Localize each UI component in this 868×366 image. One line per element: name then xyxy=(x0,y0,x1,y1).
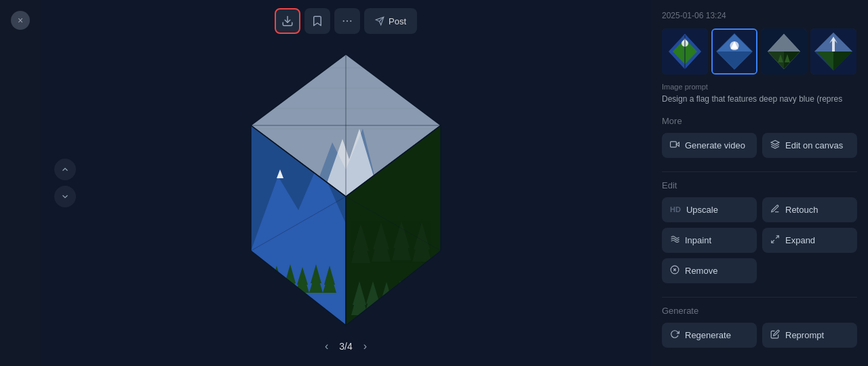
page-indicator: 3/4 xyxy=(339,341,352,352)
svg-marker-92 xyxy=(771,140,779,144)
inpaint-icon xyxy=(670,235,679,246)
more-section-header: More xyxy=(662,116,857,126)
image-toolbar: Post xyxy=(275,8,417,34)
close-button[interactable]: × xyxy=(11,11,30,30)
svg-marker-48 xyxy=(419,285,435,314)
main-image-area: Post xyxy=(41,0,651,366)
svg-point-2 xyxy=(347,20,348,22)
close-area: × xyxy=(0,0,41,366)
thumbnail-grid xyxy=(662,28,857,75)
retouch-icon xyxy=(770,204,780,216)
post-button[interactable]: Post xyxy=(364,8,417,34)
svg-marker-47 xyxy=(420,281,434,304)
generate-video-icon xyxy=(670,140,679,151)
edit-on-canvas-label: Edit on canvas xyxy=(785,140,843,150)
download-button[interactable] xyxy=(275,8,300,34)
timestamp: 2025-01-06 13:24 xyxy=(662,11,857,20)
svg-marker-23 xyxy=(258,264,269,285)
remove-button[interactable]: Remove xyxy=(662,258,757,283)
nav-arrows xyxy=(54,159,76,207)
reprompt-label: Reprompt xyxy=(785,330,824,340)
svg-marker-90 xyxy=(676,142,679,146)
upscale-button[interactable]: HD Upscale xyxy=(662,197,757,222)
edit-canvas-icon xyxy=(770,140,780,151)
edit-section-header: Edit xyxy=(662,180,857,190)
upscale-label: Upscale xyxy=(686,205,718,215)
generate-video-label: Generate video xyxy=(685,140,745,150)
bookmark-button[interactable] xyxy=(304,8,330,34)
expand-button[interactable]: Expand xyxy=(762,228,857,253)
svg-marker-45 xyxy=(407,282,420,305)
expand-icon xyxy=(770,235,780,246)
generate-video-button[interactable]: Generate video xyxy=(662,133,757,158)
svg-point-1 xyxy=(343,20,344,22)
right-sidebar: 2025-01-06 13:24 xyxy=(651,0,868,366)
regenerate-icon xyxy=(670,329,679,341)
thumbnail-2[interactable] xyxy=(711,28,757,75)
reprompt-icon xyxy=(770,329,780,341)
remove-label: Remove xyxy=(685,266,717,276)
svg-marker-46 xyxy=(406,286,422,315)
inpaint-button[interactable]: Inpaint xyxy=(662,228,757,253)
more-actions: Generate video Edit on canvas xyxy=(662,133,857,158)
svg-marker-24 xyxy=(256,268,270,291)
divider-2 xyxy=(662,297,857,298)
divider-1 xyxy=(662,171,857,172)
prompt-text: Design a flag that features deep navy bl… xyxy=(662,94,857,105)
prompt-label: Image prompt xyxy=(662,83,857,91)
generate-section-header: Generate xyxy=(662,306,857,316)
edit-on-canvas-button[interactable]: Edit on canvas xyxy=(762,133,857,158)
svg-line-94 xyxy=(772,240,774,243)
retouch-button[interactable]: Retouch xyxy=(762,197,857,222)
remove-icon xyxy=(670,265,679,277)
expand-label: Expand xyxy=(785,235,815,245)
retouch-label: Retouch xyxy=(785,205,818,215)
svg-point-3 xyxy=(350,20,351,22)
reprompt-button[interactable]: Reprompt xyxy=(762,323,857,348)
svg-rect-91 xyxy=(671,142,677,147)
edit-actions-row2: Inpaint Expand xyxy=(662,228,857,253)
svg-marker-44 xyxy=(392,285,408,314)
nav-up-button[interactable] xyxy=(54,159,76,180)
nav-down-button[interactable] xyxy=(54,186,76,207)
post-label: Post xyxy=(389,16,406,26)
thumbnail-4[interactable] xyxy=(810,28,856,75)
generate-actions: Regenerate Reprompt xyxy=(662,323,857,348)
edit-actions-row3: Remove xyxy=(662,258,857,283)
main-image xyxy=(41,0,651,366)
inpaint-label: Inpaint xyxy=(685,235,711,245)
upscale-icon: HD xyxy=(670,205,681,214)
svg-line-93 xyxy=(776,236,778,239)
pagination: ‹ 3/4 › xyxy=(322,338,370,355)
regenerate-button[interactable]: Regenerate xyxy=(662,323,757,348)
thumbnail-3[interactable] xyxy=(761,28,807,75)
edit-actions-row1: HD Upscale Retouch xyxy=(662,197,857,222)
regenerate-label: Regenerate xyxy=(685,330,731,340)
thumbnail-1[interactable] xyxy=(662,28,708,75)
prev-page-button[interactable]: ‹ xyxy=(322,338,331,355)
more-options-button[interactable] xyxy=(334,8,360,34)
next-page-button[interactable]: › xyxy=(361,338,370,355)
